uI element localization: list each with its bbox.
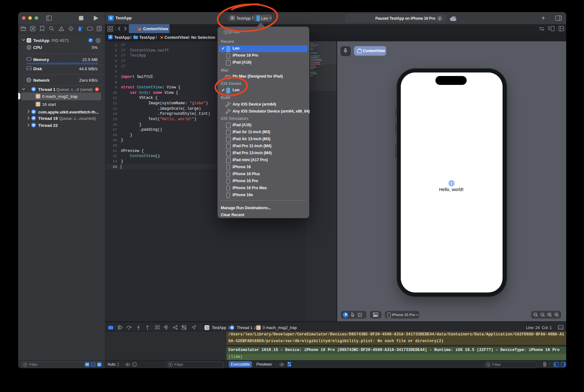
svg-text:1: 1 bbox=[542, 313, 543, 315]
svg-text:i: i bbox=[134, 363, 135, 366]
